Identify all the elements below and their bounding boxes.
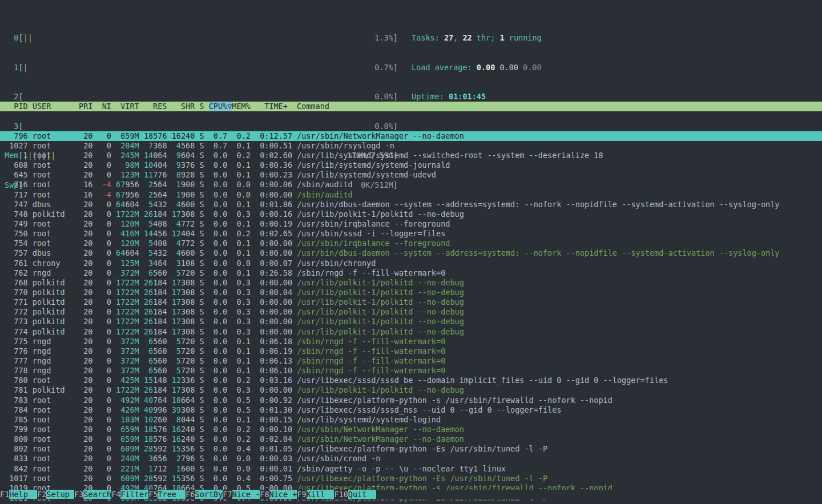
process-row-1017[interactable]: 1017 root 20 0 609M 28592 15356 S 0.0 0.… — [0, 474, 822, 483]
process-row-761[interactable]: 761 chrony 20 0 125M 3464 3108 S 0.0 0.0… — [0, 259, 822, 268]
fnkey-nice-[interactable]: F8Nice + — [260, 490, 297, 499]
fnkey-nice-[interactable]: F7Nice - — [223, 490, 260, 499]
fnkey-key[interactable]: F6 — [186, 490, 195, 499]
process-row-1[interactable]: 1 root 20 0 245M 14064 9604 S 0.0 0.2 0:… — [0, 151, 822, 160]
sort-column-header-cpu[interactable]: CPU%▽ — [209, 102, 232, 111]
process-row-842[interactable]: 842 root 20 0 221M 1712 1600 S 0.0 0.0 0… — [0, 464, 822, 474]
fnkey-label[interactable]: Nice - — [232, 490, 260, 499]
fnkey-key[interactable]: F10 — [334, 490, 348, 499]
fnkey-key[interactable]: F8 — [260, 490, 269, 499]
process-row-774[interactable]: 774 polkitd 20 0 1722M 26184 17308 S 0.0… — [0, 327, 822, 337]
process-row-802[interactable]: 802 root 20 0 609M 28592 15356 S 0.0 0.4… — [0, 444, 822, 454]
process-table: PID USER PRI NI VIRT RES SHR S CPU%▽MEM%… — [0, 82, 822, 504]
fnkey-key[interactable]: F5 — [148, 490, 158, 499]
process-row-749[interactable]: 749 root 20 0 120M 5408 4772 S 0.0 0.1 0… — [0, 219, 822, 229]
fnkey-key[interactable]: F3 — [74, 490, 83, 499]
process-rows: 796 root 20 0 659M 18576 16240 S 0.7 0.2… — [0, 131, 822, 504]
process-row-716[interactable]: 716 root 16 -4 67956 2564 1900 S 0.0 0.0… — [0, 180, 822, 189]
fnkey-filter[interactable]: F4Filter — [111, 490, 148, 499]
fnkey-key[interactable]: F9 — [297, 490, 306, 499]
process-row-748[interactable]: 748 polkitd 20 0 1722M 26184 17308 S 0.0… — [0, 209, 822, 219]
process-row-754[interactable]: 754 root 20 0 120M 5408 4772 S 0.0 0.1 0… — [0, 239, 822, 248]
running-count: 1 — [499, 33, 504, 42]
fnkey-label[interactable]: Filter — [120, 490, 148, 499]
fnkey-label[interactable]: Help — [9, 490, 37, 499]
load-5min: 0.00 — [499, 63, 518, 72]
process-row-772[interactable]: 772 polkitd 20 0 1722M 26184 17308 S 0.0… — [0, 307, 822, 317]
process-row-776[interactable]: 776 rngd 20 0 372M 6560 5720 S 0.0 0.1 0… — [0, 346, 822, 356]
fnkey-label[interactable]: SortBy — [195, 490, 223, 499]
fnkey-search[interactable]: F3Search — [74, 490, 111, 499]
load-1min: 0.00 — [477, 63, 495, 72]
process-row-785[interactable]: 785 root 20 0 103M 10260 8044 S 0.0 0.1 … — [0, 415, 822, 425]
process-row-833[interactable]: 833 root 20 0 240M 3656 2796 S 0.0 0.0 0… — [0, 454, 822, 463]
process-row-781[interactable]: 781 polkitd 20 0 1722M 26184 17308 S 0.0… — [0, 385, 822, 395]
fnkey-help[interactable]: F1Help — [0, 490, 37, 499]
fnkey-label[interactable]: Setup — [46, 490, 74, 499]
fnkey-tree[interactable]: F5Tree — [148, 490, 186, 499]
process-row-783[interactable]: 783 root 20 0 492M 40764 18664 S 0.0 0.5… — [0, 396, 822, 405]
cpu-meter-0: 0[||1.3%] — [5, 33, 398, 43]
process-row-775[interactable]: 775 rngd 20 0 372M 6560 5720 S 0.0 0.1 0… — [0, 337, 822, 346]
tasks-label: Tasks: — [412, 33, 444, 42]
process-row-750[interactable]: 750 root 20 0 416M 14456 12404 S 0.0 0.2… — [0, 229, 822, 239]
meter-value: 0.7% — [374, 63, 393, 72]
tasks-count: 27 — [444, 33, 453, 42]
process-row-768[interactable]: 768 polkitd 20 0 1722M 26184 17308 S 0.0… — [0, 278, 822, 288]
column-headers[interactable]: PID USER PRI NI VIRT RES SHR S — [5, 102, 209, 111]
fnkey-key[interactable]: F7 — [223, 490, 232, 499]
fnkey-key[interactable]: F1 — [0, 490, 9, 499]
process-row-770[interactable]: 770 polkitd 20 0 1722M 26184 17308 S 0.0… — [0, 288, 822, 297]
process-row-717[interactable]: 717 root 16 -4 67956 2564 1900 S 0.0 0.0… — [0, 190, 822, 200]
load-average-line: Load average: 0.00 0.00 0.00 — [412, 63, 542, 72]
threads-count: 22 — [462, 33, 472, 42]
process-row-1027[interactable]: 1027 root 20 0 204M 7368 4568 S 0.7 0.1 … — [0, 141, 822, 151]
fnkey-quit[interactable]: F10Quit — [334, 490, 376, 499]
process-row-757[interactable]: 757 dbus 20 0 64604 5432 4600 S 0.0 0.1 … — [0, 248, 822, 258]
process-row-780[interactable]: 780 root 20 0 425M 15148 12336 S 0.0 0.2… — [0, 376, 822, 385]
process-row-796[interactable]: 796 root 20 0 659M 18576 16240 S 0.7 0.2… — [0, 131, 822, 141]
process-row-777[interactable]: 777 rngd 20 0 372M 6560 5720 S 0.0 0.1 0… — [0, 356, 822, 366]
cpu-meter-1: 1[|0.7%] — [5, 63, 398, 72]
function-key-bar: F1Help F2Setup F3SearchF4FilterF5Tree F6… — [0, 490, 822, 499]
tasks-line: Tasks: 27, 22 thr; 1 running — [412, 33, 542, 43]
column-headers-right[interactable]: MEM% TIME+ Command — [232, 102, 329, 111]
process-row-762[interactable]: 762 rngd 20 0 372M 6560 5720 S 0.0 0.1 0… — [0, 268, 822, 278]
htop-terminal: 0[||1.3%] 1[|0.7%] 2[0.0%] 3[0.0%] Mem[|… — [0, 0, 822, 504]
fnkey-label[interactable]: Nice + — [269, 490, 297, 499]
process-row-773[interactable]: 773 polkitd 20 0 1722M 26184 17308 S 0.0… — [0, 317, 822, 326]
fnkey-setup[interactable]: F2Setup — [37, 490, 74, 499]
process-row-645[interactable]: 645 root 20 0 123M 11776 8928 S 0.0 0.1 … — [0, 170, 822, 180]
fnkey-label[interactable]: Search — [83, 490, 111, 499]
process-row-784[interactable]: 784 root 20 0 426M 40996 39308 S 0.0 0.5… — [0, 405, 822, 415]
meter-value: 1.3% — [374, 33, 393, 43]
fnkey-label[interactable]: Kill — [307, 490, 335, 499]
process-row-800[interactable]: 800 root 20 0 659M 18576 16240 S 0.0 0.2… — [0, 434, 822, 444]
fnkey-label[interactable]: Tree — [158, 490, 186, 499]
process-row-771[interactable]: 771 polkitd 20 0 1722M 26184 17308 S 0.0… — [0, 297, 822, 307]
fnkey-key[interactable]: F2 — [37, 490, 46, 499]
load-label: Load average: — [412, 63, 477, 72]
fnkey-label[interactable]: Quit — [348, 490, 376, 499]
fnkey-key[interactable]: F4 — [111, 490, 120, 499]
fnkey-sortby[interactable]: F6SortBy — [186, 490, 223, 499]
column-header-row[interactable]: PID USER PRI NI VIRT RES SHR S CPU%▽MEM%… — [0, 102, 822, 111]
fnkey-kill[interactable]: F9Kill — [297, 490, 334, 499]
load-15min: 0.00 — [523, 63, 542, 72]
process-row-747[interactable]: 747 dbus 20 0 64604 5432 4600 S 0.0 0.1 … — [0, 200, 822, 209]
process-row-608[interactable]: 608 root 20 0 98M 10404 9376 S 0.0 0.1 0… — [0, 160, 822, 170]
process-row-778[interactable]: 778 rngd 20 0 372M 6560 5720 S 0.0 0.1 0… — [0, 366, 822, 376]
process-row-799[interactable]: 799 root 20 0 659M 18576 16240 S 0.0 0.2… — [0, 425, 822, 434]
